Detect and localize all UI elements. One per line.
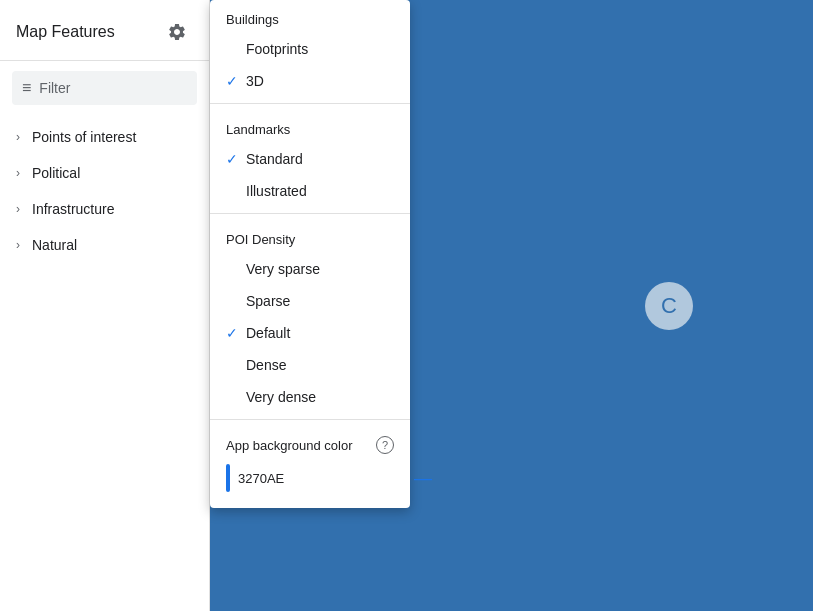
3d-label: 3D [246, 73, 264, 89]
nav-list: › Points of interest › Political › Infra… [0, 115, 209, 267]
color-input-row: — [210, 460, 410, 496]
check-icon-standard: ✓ [226, 151, 238, 167]
chevron-icon-natural: › [16, 238, 20, 252]
dropdown-panel: Buildings Footprints ✓ 3D Landmarks ✓ St… [210, 0, 410, 508]
footprints-label: Footprints [246, 41, 308, 57]
nav-item-political[interactable]: › Political [0, 155, 209, 191]
section-buildings: Buildings [210, 0, 410, 33]
dense-label: Dense [246, 357, 286, 373]
poi-very-sparse-item[interactable]: Very sparse [210, 253, 410, 285]
check-icon-3d: ✓ [226, 73, 238, 89]
buildings-3d-item[interactable]: ✓ 3D [210, 65, 410, 97]
nav-label-political: Political [32, 165, 80, 181]
very-dense-label: Very dense [246, 389, 316, 405]
illustrated-label: Illustrated [246, 183, 307, 199]
bg-color-row: App background color ? [210, 426, 410, 460]
landmarks-illustrated-item[interactable]: Illustrated [210, 175, 410, 207]
gear-button[interactable] [161, 16, 193, 48]
poi-default-item[interactable]: ✓ Default [210, 317, 410, 349]
default-label: Default [246, 325, 290, 341]
color-swatch[interactable] [226, 464, 230, 492]
nav-item-poi[interactable]: › Points of interest [0, 119, 209, 155]
poi-very-dense-item[interactable]: Very dense [210, 381, 410, 413]
chevron-icon-infrastructure: › [16, 202, 20, 216]
nav-label-natural: Natural [32, 237, 77, 253]
gear-icon [167, 22, 187, 42]
divider-1 [210, 103, 410, 104]
color-hex-input[interactable] [238, 471, 406, 486]
color-clear-button[interactable]: — [414, 469, 432, 487]
nav-item-natural[interactable]: › Natural [0, 227, 209, 263]
filter-label: Filter [39, 80, 70, 96]
filter-icon: ≡ [22, 79, 31, 97]
sparse-label: Sparse [246, 293, 290, 309]
question-mark: ? [382, 439, 388, 451]
landmarks-standard-item[interactable]: ✓ Standard [210, 143, 410, 175]
check-icon-default: ✓ [226, 325, 238, 341]
nav-label-infrastructure: Infrastructure [32, 201, 114, 217]
help-icon[interactable]: ? [376, 436, 394, 454]
filter-bar[interactable]: ≡ Filter [12, 71, 197, 105]
poi-sparse-item[interactable]: Sparse [210, 285, 410, 317]
sidebar: Map Features ≡ Filter › Points of intere… [0, 0, 210, 611]
chevron-icon-political: › [16, 166, 20, 180]
poi-dense-item[interactable]: Dense [210, 349, 410, 381]
standard-label: Standard [246, 151, 303, 167]
spinner-letter: C [661, 293, 677, 319]
section-poi-density: POI Density [210, 220, 410, 253]
section-landmarks: Landmarks [210, 110, 410, 143]
very-sparse-label: Very sparse [246, 261, 320, 277]
sidebar-title: Map Features [16, 23, 115, 41]
loading-spinner: C [645, 282, 693, 330]
divider-2 [210, 213, 410, 214]
sidebar-header: Map Features [0, 0, 209, 61]
divider-3 [210, 419, 410, 420]
nav-item-infrastructure[interactable]: › Infrastructure [0, 191, 209, 227]
bg-color-label: App background color [226, 438, 352, 453]
chevron-icon-poi: › [16, 130, 20, 144]
nav-label-poi: Points of interest [32, 129, 136, 145]
buildings-footprints-item[interactable]: Footprints [210, 33, 410, 65]
